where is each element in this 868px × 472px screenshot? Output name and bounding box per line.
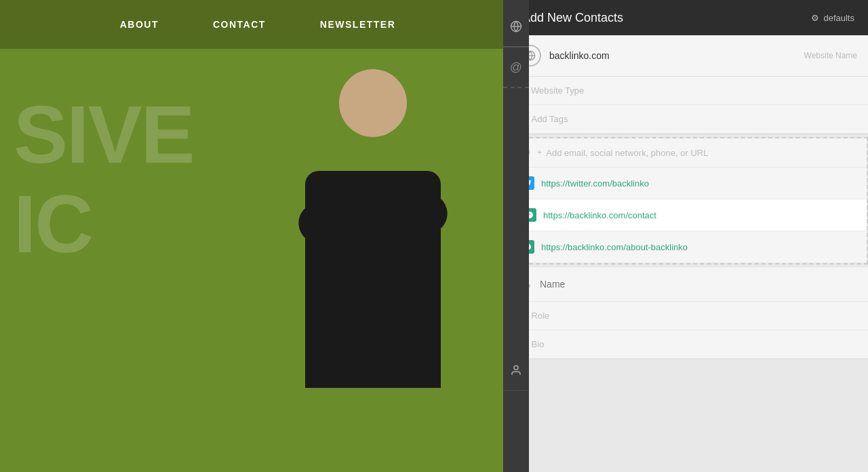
about-url: https://backlinko.com/about-backlinko — [541, 242, 688, 252]
add-tags-row[interactable]: + Add Tags — [509, 105, 868, 134]
website-row: Website Name — [509, 35, 868, 77]
website-type-label: Website Type — [531, 85, 584, 96]
bio-row[interactable]: + Bio — [509, 330, 868, 359]
defaults-label: defaults — [823, 13, 854, 23]
website-nav: ABOUT CONTACT NEWSLETTER — [0, 0, 515, 49]
contact-item[interactable]: https://backlinko.com/contact — [510, 199, 867, 231]
panel-content: Website Name ▶ Website Type + Add Tags @… — [509, 35, 868, 472]
defaults-button[interactable]: ⚙ defaults — [811, 13, 854, 23]
role-label: Role — [532, 311, 550, 321]
role-row[interactable]: + Role — [509, 302, 868, 330]
add-contact-placeholder: Add email, social network, phone, or URL — [546, 148, 708, 158]
gear-icon: ⚙ — [811, 13, 819, 23]
bio-label: Bio — [532, 339, 545, 349]
name-input[interactable] — [540, 279, 857, 290]
add-tags-label: Add Tags — [532, 114, 568, 124]
about-item[interactable]: https://backlinko.com/about-backlinko — [510, 231, 867, 263]
website-type-row[interactable]: ▶ Website Type — [509, 77, 868, 105]
add-contact-row[interactable]: @ + Add email, social network, phone, or… — [510, 138, 867, 168]
sidebar-globe-icon[interactable] — [503, 7, 529, 47]
sidebar-person-icon[interactable] — [503, 350, 529, 391]
svg-point-2 — [514, 366, 518, 370]
right-panel: Add New Contacts ⚙ defaults Website Name — [509, 0, 868, 472]
website-content: SIVEIC — [0, 90, 515, 269]
background-website: ABOUT CONTACT NEWSLETTER SIVEIC — [0, 0, 515, 472]
nav-about: ABOUT — [120, 19, 159, 30]
twitter-url: https://twitter.com/backlinko — [541, 178, 649, 189]
person-image — [271, 49, 475, 401]
nav-newsletter: NEWSLETTER — [320, 19, 395, 30]
name-row — [509, 267, 868, 302]
website-section: Website Name ▶ Website Type + Add Tags — [509, 35, 868, 134]
sidebar-at-icon[interactable]: @ — [503, 47, 529, 88]
twitter-item[interactable]: https://twitter.com/backlinko — [510, 168, 867, 199]
panel-title: Add New Contacts — [522, 11, 623, 25]
name-section: + Role + Bio — [509, 267, 868, 359]
website-name-label: Website Name — [804, 51, 857, 60]
panel-header: Add New Contacts ⚙ defaults — [509, 0, 868, 35]
contact-section: @ + Add email, social network, phone, or… — [509, 137, 868, 264]
contact-url: https://backlinko.com/contact — [543, 210, 656, 220]
sidebar-strip: @ 3 DISCOVERED — [503, 0, 529, 472]
domain-input[interactable] — [549, 50, 804, 61]
plus-small-icon: + — [537, 148, 542, 157]
nav-contact: CONTACT — [213, 19, 266, 30]
